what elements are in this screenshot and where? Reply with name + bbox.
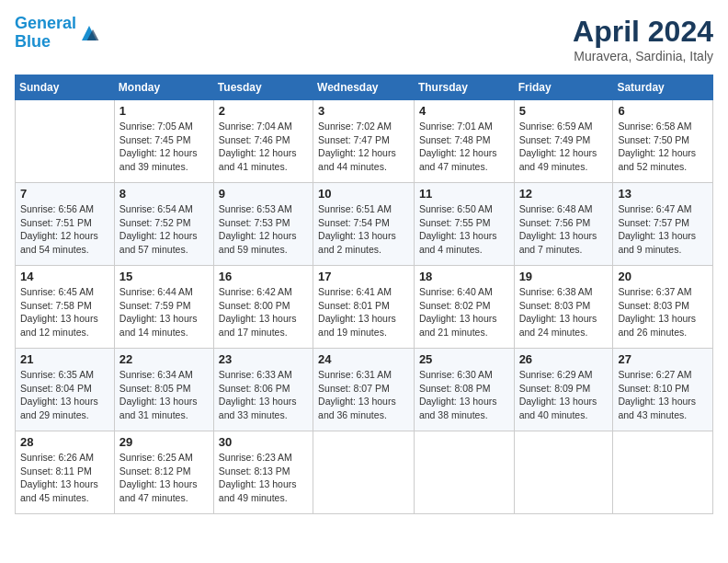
month-title: April 2024: [573, 15, 713, 49]
day-info: Sunrise: 6:59 AMSunset: 7:49 PMDaylight:…: [519, 120, 609, 174]
calendar-cell: 23Sunrise: 6:33 AMSunset: 8:06 PMDayligh…: [213, 349, 313, 431]
day-info: Sunrise: 7:05 AMSunset: 7:45 PMDaylight:…: [119, 120, 209, 174]
col-header-thursday: Thursday: [414, 75, 514, 100]
calendar-week-row: 14Sunrise: 6:45 AMSunset: 7:58 PMDayligh…: [16, 266, 713, 349]
calendar-cell: 1Sunrise: 7:05 AMSunset: 7:45 PMDaylight…: [114, 100, 213, 183]
day-info: Sunrise: 6:44 AMSunset: 7:59 PMDaylight:…: [119, 285, 209, 339]
day-info: Sunrise: 6:50 AMSunset: 7:55 PMDaylight:…: [419, 202, 509, 257]
calendar-week-row: 21Sunrise: 6:35 AMSunset: 8:04 PMDayligh…: [16, 349, 713, 431]
header: General Blue April 2024 Muravera, Sardin…: [15, 15, 713, 63]
col-header-wednesday: Wednesday: [313, 75, 415, 100]
col-header-tuesday: Tuesday: [213, 75, 313, 100]
calendar-cell: 5Sunrise: 6:59 AMSunset: 7:49 PMDaylight…: [514, 100, 613, 183]
day-info: Sunrise: 6:33 AMSunset: 8:06 PMDaylight:…: [219, 368, 308, 422]
calendar-cell: 15Sunrise: 6:44 AMSunset: 7:59 PMDayligh…: [114, 266, 213, 349]
calendar-cell: 3Sunrise: 7:02 AMSunset: 7:47 PMDaylight…: [313, 100, 415, 183]
calendar-cell: 2Sunrise: 7:04 AMSunset: 7:46 PMDaylight…: [213, 100, 313, 183]
day-info: Sunrise: 6:40 AMSunset: 8:02 PMDaylight:…: [419, 285, 509, 339]
day-number: 4: [419, 104, 509, 118]
calendar-cell: 16Sunrise: 6:42 AMSunset: 8:00 PMDayligh…: [213, 266, 313, 349]
day-number: 21: [20, 352, 109, 366]
day-number: 7: [20, 187, 109, 201]
calendar-cell: 27Sunrise: 6:27 AMSunset: 8:10 PMDayligh…: [613, 349, 713, 431]
logo-line2: Blue: [15, 32, 51, 51]
day-number: 15: [119, 270, 209, 283]
calendar-cell: 19Sunrise: 6:38 AMSunset: 8:03 PMDayligh…: [514, 266, 613, 349]
day-number: 19: [519, 270, 609, 283]
day-number: 9: [219, 187, 308, 201]
day-number: 27: [618, 352, 708, 366]
day-number: 28: [20, 435, 109, 449]
day-info: Sunrise: 6:51 AMSunset: 7:54 PMDaylight:…: [318, 202, 409, 257]
calendar-cell: 17Sunrise: 6:41 AMSunset: 8:01 PMDayligh…: [313, 266, 415, 349]
location: Muravera, Sardinia, Italy: [573, 49, 713, 63]
day-info: Sunrise: 6:56 AMSunset: 7:51 PMDaylight:…: [20, 202, 109, 257]
calendar-cell: 6Sunrise: 6:58 AMSunset: 7:50 PMDaylight…: [613, 100, 713, 183]
title-area: April 2024 Muravera, Sardinia, Italy: [573, 15, 713, 63]
calendar-cell: 25Sunrise: 6:30 AMSunset: 8:08 PMDayligh…: [414, 349, 514, 431]
day-number: 3: [318, 104, 409, 118]
logo-line1: General: [15, 14, 76, 32]
day-number: 2: [219, 104, 308, 118]
day-info: Sunrise: 6:54 AMSunset: 7:52 PMDaylight:…: [119, 202, 209, 257]
calendar-cell: 30Sunrise: 6:23 AMSunset: 8:13 PMDayligh…: [213, 431, 313, 514]
logo-text: General Blue: [15, 15, 76, 52]
day-info: Sunrise: 6:58 AMSunset: 7:50 PMDaylight:…: [618, 120, 708, 174]
day-number: 22: [119, 352, 209, 366]
calendar-cell: 9Sunrise: 6:53 AMSunset: 7:53 PMDaylight…: [213, 183, 313, 266]
calendar-cell: 26Sunrise: 6:29 AMSunset: 8:09 PMDayligh…: [514, 349, 613, 431]
day-number: 8: [119, 187, 209, 201]
col-header-friday: Friday: [514, 75, 613, 100]
day-number: 5: [519, 104, 609, 118]
logo-icon: [78, 22, 100, 44]
col-header-saturday: Saturday: [613, 75, 713, 100]
day-info: Sunrise: 6:25 AMSunset: 8:12 PMDaylight:…: [119, 451, 209, 505]
calendar-cell: 13Sunrise: 6:47 AMSunset: 7:57 PMDayligh…: [613, 183, 713, 266]
day-number: 1: [119, 104, 209, 118]
day-info: Sunrise: 6:37 AMSunset: 8:03 PMDaylight:…: [618, 285, 708, 339]
calendar-cell: 24Sunrise: 6:31 AMSunset: 8:07 PMDayligh…: [313, 349, 415, 431]
day-info: Sunrise: 6:23 AMSunset: 8:13 PMDaylight:…: [219, 451, 308, 505]
day-info: Sunrise: 6:41 AMSunset: 8:01 PMDaylight:…: [318, 285, 409, 339]
calendar-cell: 14Sunrise: 6:45 AMSunset: 7:58 PMDayligh…: [16, 266, 115, 349]
day-info: Sunrise: 6:42 AMSunset: 8:00 PMDaylight:…: [219, 285, 308, 339]
day-number: 16: [219, 270, 308, 283]
day-number: 10: [318, 187, 409, 201]
day-number: 25: [419, 352, 509, 366]
calendar-cell: 7Sunrise: 6:56 AMSunset: 7:51 PMDaylight…: [16, 183, 115, 266]
calendar-table: SundayMondayTuesdayWednesdayThursdayFrid…: [15, 75, 713, 514]
calendar-week-row: 7Sunrise: 6:56 AMSunset: 7:51 PMDaylight…: [16, 183, 713, 266]
day-number: 23: [219, 352, 308, 366]
day-number: 12: [519, 187, 609, 201]
day-number: 24: [318, 352, 409, 366]
day-info: Sunrise: 6:48 AMSunset: 7:56 PMDaylight:…: [519, 202, 609, 257]
calendar-cell: [414, 431, 514, 514]
day-info: Sunrise: 6:35 AMSunset: 8:04 PMDaylight:…: [20, 368, 109, 422]
day-number: 11: [419, 187, 509, 201]
calendar-cell: 4Sunrise: 7:01 AMSunset: 7:48 PMDaylight…: [414, 100, 514, 183]
day-number: 6: [618, 104, 708, 118]
calendar-week-row: 1Sunrise: 7:05 AMSunset: 7:45 PMDaylight…: [16, 100, 713, 183]
calendar-cell: 10Sunrise: 6:51 AMSunset: 7:54 PMDayligh…: [313, 183, 415, 266]
calendar-cell: 21Sunrise: 6:35 AMSunset: 8:04 PMDayligh…: [16, 349, 115, 431]
day-number: 13: [618, 187, 708, 201]
day-number: 20: [618, 270, 708, 283]
calendar-cell: [514, 431, 613, 514]
day-info: Sunrise: 6:26 AMSunset: 8:11 PMDaylight:…: [20, 451, 109, 505]
day-number: 30: [219, 435, 308, 449]
calendar-cell: 29Sunrise: 6:25 AMSunset: 8:12 PMDayligh…: [114, 431, 213, 514]
day-info: Sunrise: 7:04 AMSunset: 7:46 PMDaylight:…: [219, 120, 308, 174]
day-info: Sunrise: 6:31 AMSunset: 8:07 PMDaylight:…: [318, 368, 409, 422]
day-number: 29: [119, 435, 209, 449]
day-info: Sunrise: 6:34 AMSunset: 8:05 PMDaylight:…: [119, 368, 209, 422]
col-header-monday: Monday: [114, 75, 213, 100]
day-number: 18: [419, 270, 509, 283]
day-number: 14: [20, 270, 109, 283]
day-info: Sunrise: 6:47 AMSunset: 7:57 PMDaylight:…: [618, 202, 708, 257]
day-info: Sunrise: 6:53 AMSunset: 7:53 PMDaylight:…: [219, 202, 308, 257]
calendar-week-row: 28Sunrise: 6:26 AMSunset: 8:11 PMDayligh…: [16, 431, 713, 514]
day-number: 26: [519, 352, 609, 366]
calendar-cell: [313, 431, 415, 514]
day-info: Sunrise: 7:02 AMSunset: 7:47 PMDaylight:…: [318, 120, 409, 174]
calendar-cell: 18Sunrise: 6:40 AMSunset: 8:02 PMDayligh…: [414, 266, 514, 349]
